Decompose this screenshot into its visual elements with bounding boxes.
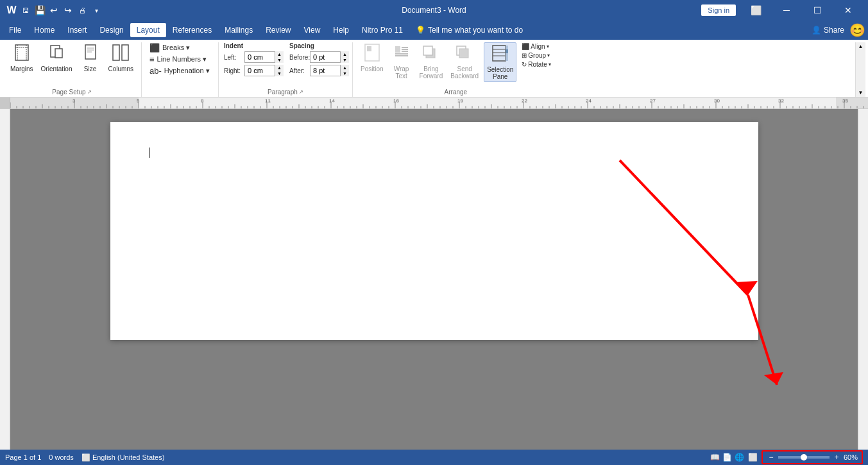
zoom-plus-button[interactable]: +: [832, 453, 841, 462]
menu-help[interactable]: Help: [327, 23, 355, 37]
redo-button[interactable]: ↪: [62, 4, 74, 17]
margins-icon: [13, 44, 31, 64]
menu-references[interactable]: References: [166, 23, 218, 37]
title-bar: W 🖫 💾 ↩ ↪ 🖨 ▾ Document3 - Word Sign in ⬜…: [0, 0, 868, 21]
left-ruler: [0, 109, 10, 450]
autosave-toggle[interactable]: 🖫: [19, 4, 32, 17]
read-mode-icon[interactable]: 📖: [710, 453, 720, 462]
hyphenation-button[interactable]: ab- Hyphenation ▾: [147, 65, 212, 76]
ribbon-scrollbar[interactable]: ▲ ▼: [855, 42, 865, 97]
indent-right-row: Right: ▲ ▼: [224, 65, 282, 76]
close-button[interactable]: ✕: [833, 0, 863, 21]
send-backward-icon: [455, 44, 473, 64]
breaks-content: ⬛ Breaks ▾ ≡ Line Numbers ▾ ab- Hyphenat…: [147, 42, 212, 94]
ribbon-scroll-up[interactable]: ▲: [858, 44, 864, 49]
document-page[interactable]: [110, 122, 758, 340]
margins-label: Margins: [10, 65, 33, 72]
paragraph-group-label: Paragraph ↗: [224, 87, 347, 97]
menu-home[interactable]: Home: [28, 23, 61, 37]
size-button[interactable]: Size: [78, 42, 103, 74]
share-button[interactable]: 👤 Share: [812, 26, 844, 35]
group-button[interactable]: ⊞ Group ▾: [519, 51, 553, 60]
group-dropdown-arrow: ▾: [547, 53, 550, 58]
send-backward-button[interactable]: SendBackward: [448, 42, 481, 81]
selection-pane-icon: [491, 44, 509, 65]
spacing-after-down[interactable]: ▼: [340, 71, 349, 76]
print-button[interactable]: 🖨: [76, 4, 89, 17]
indent-right-down[interactable]: ▼: [275, 71, 284, 76]
paragraph-expand[interactable]: ↗: [299, 89, 303, 95]
position-button[interactable]: Position: [358, 42, 386, 74]
columns-label: Columns: [108, 65, 133, 72]
spacing-before-up[interactable]: ▲: [340, 51, 349, 57]
rotate-button[interactable]: ↻ Rotate ▾: [519, 60, 553, 69]
indent-right-up[interactable]: ▲: [275, 65, 284, 71]
web-layout-icon[interactable]: 🌐: [735, 453, 744, 462]
menu-view[interactable]: View: [298, 23, 327, 37]
zoom-control: − + 60%: [762, 450, 863, 464]
spacing-before-spin: ▲ ▼: [340, 51, 349, 63]
size-label: Size: [84, 65, 96, 72]
menu-file[interactable]: File: [3, 23, 28, 37]
zoom-minus-button[interactable]: −: [767, 453, 776, 462]
spacing-before-input[interactable]: [312, 53, 340, 61]
save-button[interactable]: 💾: [33, 4, 46, 17]
position-icon: [364, 44, 380, 64]
maximize-button[interactable]: ☐: [803, 0, 832, 21]
focus-mode-icon[interactable]: ⬜: [748, 453, 758, 462]
zoom-slider[interactable]: [778, 456, 830, 459]
spacing-before-down[interactable]: ▼: [340, 57, 349, 63]
status-bar: Page 1 of 1 0 words ⬜ English (United St…: [0, 450, 868, 465]
tell-me[interactable]: 💡 Tell me what you want to do: [409, 23, 529, 37]
zoom-thumb[interactable]: [801, 454, 807, 461]
columns-button[interactable]: Columns: [106, 42, 136, 74]
ruler-corner: [0, 97, 10, 108]
indent-right-input[interactable]: [246, 67, 275, 74]
menu-layout[interactable]: Layout: [130, 23, 166, 37]
orientation-button[interactable]: Orientation: [38, 42, 75, 74]
menu-nitro[interactable]: Nitro Pro 11: [355, 23, 409, 37]
margins-button[interactable]: Margins: [8, 42, 36, 74]
wrap-text-button[interactable]: WrapText: [389, 42, 414, 81]
menu-mailings[interactable]: Mailings: [218, 23, 259, 37]
line-numbers-button[interactable]: ≡ Line Numbers ▾: [147, 54, 212, 65]
lightbulb-icon: 💡: [416, 26, 425, 35]
print-layout-icon[interactable]: 📄: [722, 453, 732, 462]
svg-rect-10: [113, 45, 119, 60]
indent-left-down[interactable]: ▼: [275, 57, 284, 63]
document-area[interactable]: [10, 109, 858, 450]
ruler: [0, 97, 868, 109]
zoom-slider-container[interactable]: − + 60%: [762, 450, 863, 464]
group-icon: ⊞: [522, 52, 527, 59]
sign-in-button[interactable]: Sign in: [701, 4, 736, 16]
page-setup-content: Margins Orientation: [8, 42, 136, 87]
wrap-text-icon: [394, 44, 409, 64]
ribbon-scroll-down[interactable]: ▼: [858, 90, 864, 96]
indent-left-up[interactable]: ▲: [275, 51, 284, 57]
breaks-button[interactable]: ⬛ Breaks ▾: [147, 42, 212, 53]
menu-review[interactable]: Review: [259, 23, 297, 37]
columns-icon: [112, 44, 130, 64]
selection-pane-button[interactable]: SelectionPane: [484, 42, 516, 82]
bring-forward-button[interactable]: BringForward: [417, 42, 446, 81]
position-label: Position: [361, 65, 384, 72]
vertical-scrollbar[interactable]: [858, 109, 868, 450]
emoji-face[interactable]: 😊: [849, 22, 865, 38]
menu-insert[interactable]: Insert: [61, 23, 93, 37]
indent-left-spin: ▲ ▼: [275, 51, 284, 63]
spacing-before-row: Before: ▲ ▼: [289, 51, 347, 63]
undo-button[interactable]: ↩: [47, 4, 60, 17]
indent-left-input[interactable]: [246, 53, 275, 61]
restore-down-button[interactable]: ⬜: [741, 0, 770, 21]
arrange-content: Position WrapText: [358, 42, 554, 87]
page-setup-expand[interactable]: ↗: [87, 89, 92, 95]
customize-quick-access[interactable]: ▾: [90, 4, 103, 17]
status-right: 📖 📄 🌐 ⬜ − + 60%: [710, 450, 863, 464]
minimize-button[interactable]: ─: [772, 0, 801, 21]
menu-design[interactable]: Design: [93, 23, 130, 37]
spacing-after-input[interactable]: [312, 67, 340, 74]
selection-pane-label: SelectionPane: [487, 66, 513, 80]
language-icon: ⬜: [81, 453, 90, 461]
spacing-after-up[interactable]: ▲: [340, 65, 349, 71]
align-button[interactable]: ⬛ Align ▾: [519, 42, 553, 51]
